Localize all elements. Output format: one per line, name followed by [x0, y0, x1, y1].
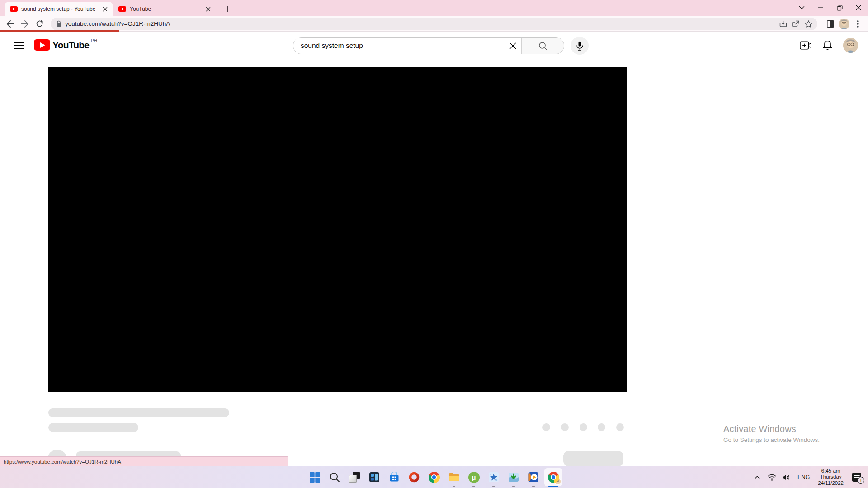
status-link-text: https://www.youtube.com/watch?v=OJ1R-m2H…: [4, 459, 121, 465]
forward-button[interactable]: [18, 17, 32, 31]
page-load-progress-bar: [0, 30, 119, 32]
chrome-icon[interactable]: [424, 466, 444, 488]
content-divider: [48, 441, 627, 441]
utorrent-icon[interactable]: µ: [464, 466, 484, 488]
skeleton-video-meta: [48, 423, 138, 432]
file-explorer-icon[interactable]: [444, 466, 464, 488]
skeleton-action-button: [561, 423, 569, 431]
watermark-subtitle: Go to Settings to activate Windows.: [723, 436, 820, 443]
browser-toolbar: youtube.com/watch?v=OJ1R-m2HUhA: [0, 16, 868, 32]
youtube-logo-text: YouTube: [52, 39, 89, 51]
reload-button[interactable]: [33, 17, 46, 31]
photo-app-icon[interactable]: [484, 466, 504, 488]
link-status-bubble: https://www.youtube.com/watch?v=OJ1R-m2H…: [0, 456, 288, 466]
tab-separator: [219, 5, 219, 13]
bookmark-star-icon[interactable]: [802, 18, 815, 30]
taskbar-system-tray: ENG 6:45 am Thursday 24/11/2022 1: [751, 466, 864, 488]
youtube-region-label: PH: [91, 38, 97, 43]
media-player-app-icon[interactable]: [524, 466, 543, 488]
volume-icon[interactable]: [780, 470, 792, 484]
window-controls: [792, 0, 868, 15]
back-button[interactable]: [4, 17, 17, 31]
windows-taskbar: µ: [0, 466, 868, 488]
install-app-icon[interactable]: [777, 18, 789, 30]
language-indicator[interactable]: ENG: [795, 474, 812, 480]
clear-search-icon[interactable]: [505, 38, 521, 54]
notification-count-badge: 1: [857, 477, 864, 484]
tab-title: YouTube: [130, 6, 201, 12]
activate-windows-watermark: Activate Windows Go to Settings to activ…: [723, 424, 820, 443]
tab-title: sound system setup - YouTube: [21, 6, 98, 12]
watermark-title: Activate Windows: [723, 424, 820, 434]
guide-menu-icon[interactable]: [12, 41, 25, 51]
widgets-panel-icon[interactable]: [364, 466, 384, 488]
youtube-favicon-icon: [10, 6, 18, 12]
youtube-header: YouTube PH: [0, 32, 868, 58]
address-bar[interactable]: youtube.com/watch?v=OJ1R-m2HUhA: [51, 18, 817, 30]
share-icon[interactable]: [789, 18, 802, 30]
youtube-logo[interactable]: YouTube PH: [34, 39, 97, 51]
youtube-search-box: [293, 37, 564, 54]
tab-youtube[interactable]: YouTube: [113, 2, 216, 16]
close-window-button[interactable]: [849, 0, 868, 15]
taskbar-clock[interactable]: 6:45 am Thursday 24/11/2022: [815, 468, 846, 487]
lock-icon: [56, 20, 61, 27]
tab-sound-system-setup[interactable]: sound system setup - YouTube: [5, 2, 113, 16]
url-text: youtube.com/watch?v=OJ1R-m2HUhA: [65, 20, 777, 27]
voice-search-button[interactable]: [571, 37, 589, 55]
clock-date: 24/11/2022: [818, 480, 844, 487]
create-video-icon[interactable]: [800, 39, 811, 51]
skeleton-video-title: [48, 408, 229, 417]
chrome-active-window[interactable]: [543, 466, 563, 488]
notification-center-button[interactable]: 1: [849, 469, 864, 485]
hidden-icons-chevron-icon[interactable]: [751, 470, 763, 484]
browser-menu-icon[interactable]: [851, 17, 864, 31]
notifications-bell-icon[interactable]: [821, 39, 833, 51]
clock-time: 6:45 am: [821, 468, 840, 474]
browser-profile-avatar[interactable]: [837, 17, 851, 31]
tab-close-icon[interactable]: [204, 5, 212, 13]
search-button[interactable]: [521, 38, 564, 54]
task-view-icon[interactable]: [344, 466, 364, 488]
skeleton-action-button: [598, 423, 605, 431]
video-player[interactable]: [48, 67, 627, 392]
wifi-icon[interactable]: [766, 470, 778, 484]
microsoft-store-icon[interactable]: [384, 466, 404, 488]
search-input[interactable]: [301, 42, 505, 50]
clock-day: Thursday: [820, 474, 842, 480]
tab-close-icon[interactable]: [101, 5, 108, 13]
office-icon[interactable]: [404, 466, 424, 488]
taskbar-pinned-apps: µ: [305, 466, 563, 488]
restore-button[interactable]: [830, 0, 849, 15]
youtube-favicon-icon: [118, 6, 126, 12]
account-avatar[interactable]: [843, 38, 858, 53]
minimize-button[interactable]: [811, 0, 830, 15]
skeleton-action-button: [616, 423, 624, 431]
browser-tabstrip: sound system setup - YouTube YouTube: [0, 0, 868, 16]
skeleton-action-button: [580, 423, 587, 431]
download-manager-app-icon[interactable]: [504, 466, 524, 488]
screen: sound system setup - YouTube YouTube: [0, 0, 868, 488]
taskbar-search-icon[interactable]: [325, 466, 344, 488]
skeleton-subscribe-button: [563, 451, 623, 466]
tab-search-chevron-icon[interactable]: [792, 0, 811, 15]
youtube-logo-icon: [34, 39, 50, 51]
new-tab-button[interactable]: [222, 3, 234, 15]
side-panel-icon[interactable]: [824, 17, 837, 31]
start-button[interactable]: [305, 466, 325, 488]
skeleton-action-button: [542, 423, 550, 431]
